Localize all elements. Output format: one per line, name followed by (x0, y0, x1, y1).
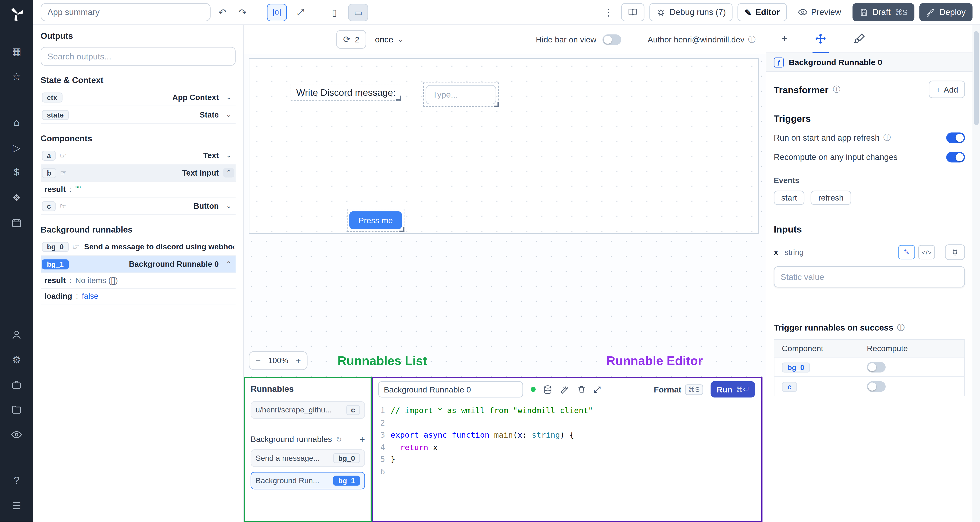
output-row-state[interactable]: state State ⌄ (41, 106, 236, 124)
ai-wand-icon[interactable] (560, 385, 570, 394)
runnable-item-script[interactable]: u/henri/scrape_githu... c (251, 401, 365, 419)
zoom-in-icon[interactable]: + (296, 356, 301, 366)
c-badge[interactable]: c (782, 382, 797, 392)
runnable-name-input[interactable] (378, 381, 523, 398)
resources-icon[interactable]: ❖ (8, 189, 25, 206)
expand-icon[interactable]: ⤢ (594, 384, 601, 395)
static-mode-button[interactable]: ✎ (898, 245, 915, 259)
frequency-dropdown[interactable]: once ⌄ (375, 35, 403, 44)
button-component[interactable]: Press me (347, 209, 404, 232)
schedules-icon[interactable] (8, 214, 25, 231)
author-info: Author henri@windmill.dev ⓘ (648, 34, 756, 45)
chevron-up-icon[interactable]: ⌃ (223, 168, 235, 177)
app-canvas[interactable]: Write Discord message: Press me (249, 58, 759, 234)
info-icon[interactable]: ⓘ (833, 84, 840, 95)
zoom-out-icon[interactable]: − (256, 356, 261, 366)
text-component[interactable]: Write Discord message: (291, 84, 401, 100)
redo-icon[interactable]: ↷ (234, 3, 251, 21)
settings-gear-icon[interactable]: ⚙ (8, 351, 25, 368)
hand-pointer-icon[interactable]: ☞ (60, 202, 67, 210)
code-editor[interactable]: 12 34 56 // import * as wmill from "wind… (373, 401, 761, 520)
bg0-recompute-toggle[interactable] (867, 361, 886, 372)
info-icon[interactable]: ⓘ (883, 132, 891, 143)
c-recompute-toggle[interactable] (867, 381, 886, 392)
styling-tab[interactable] (854, 25, 865, 53)
runs-icon[interactable]: ▷ (8, 139, 25, 156)
desktop-view-icon[interactable]: ▭ (348, 3, 368, 21)
favorites-star-icon[interactable]: ☆ (8, 68, 25, 85)
resize-handle[interactable] (396, 96, 401, 101)
output-row-c[interactable]: c ☞ Button ⌄ (41, 197, 236, 215)
search-outputs-input[interactable] (41, 47, 236, 66)
debug-runs-button[interactable]: Debug runs (7) (649, 3, 733, 21)
hand-pointer-icon[interactable]: ☞ (60, 151, 67, 160)
chevron-down-icon[interactable]: ⌄ (223, 151, 235, 159)
add-transformer-button[interactable]: + Add (929, 81, 965, 98)
components-title: Components (41, 134, 236, 143)
docs-book-button[interactable] (621, 3, 644, 21)
chevron-down-icon[interactable]: ⌄ (223, 202, 235, 210)
component-settings-tab[interactable] (815, 25, 826, 53)
folders-icon[interactable] (8, 401, 25, 418)
fullscreen-icon[interactable]: ⤢ (291, 3, 310, 21)
run-on-start-toggle[interactable] (946, 132, 965, 143)
trash-icon[interactable] (577, 385, 586, 394)
kebab-menu-icon[interactable]: ⋮ (600, 3, 617, 21)
output-row-a[interactable]: a ☞ Text ⌄ (41, 147, 236, 164)
runnable-item-bg1-selected[interactable]: Background Run... bg_1 (251, 472, 365, 489)
output-row-bg1[interactable]: bg_1 Background Runnable 0 ⌃ (41, 256, 236, 273)
chevron-up-icon[interactable]: ⌃ (223, 260, 235, 268)
text-input-component[interactable] (423, 83, 499, 107)
mobile-view-icon[interactable]: ▯ (325, 3, 344, 21)
user-icon[interactable] (8, 326, 25, 343)
output-row-ctx[interactable]: ctx App Context ⌄ (41, 89, 236, 106)
insert-component-tab[interactable]: + (781, 25, 788, 53)
hand-pointer-icon[interactable]: ☞ (60, 168, 67, 177)
windmill-logo-icon[interactable] (8, 6, 25, 23)
workers-icon[interactable] (8, 376, 25, 393)
run-button[interactable]: Run ⌘⏎ (710, 381, 755, 398)
resize-handle[interactable] (494, 102, 499, 107)
cache-icon[interactable] (543, 385, 552, 394)
output-row-bg0[interactable]: bg_0 ☞ Send a message to discord using w… (41, 238, 236, 256)
resize-handle[interactable] (399, 227, 404, 232)
draft-button[interactable]: Draft ⌘S (852, 3, 915, 21)
refresh-count-button[interactable]: ⟳ 2 (336, 30, 366, 49)
logs-icon[interactable]: ☰ (8, 497, 25, 514)
info-icon[interactable]: ⓘ (748, 34, 756, 45)
undo-icon[interactable]: ↶ (215, 3, 231, 21)
help-icon[interactable]: ? (8, 472, 25, 489)
info-icon[interactable]: ⓘ (897, 323, 904, 333)
static-value-input[interactable] (774, 266, 965, 288)
add-background-runnable-icon[interactable]: + (360, 434, 365, 444)
event-chip-refresh[interactable]: refresh (811, 191, 851, 205)
event-chip-start[interactable]: start (774, 191, 805, 205)
runnable-label: Send a message... (256, 454, 333, 463)
align-columns-icon[interactable] (267, 3, 287, 21)
chevron-down-icon[interactable]: ⌄ (223, 93, 235, 102)
chevron-down-icon[interactable]: ⌄ (223, 111, 235, 119)
hand-pointer-icon[interactable]: ☞ (72, 242, 79, 251)
hide-bar-toggle[interactable] (603, 34, 621, 45)
eval-mode-button[interactable]: </> (918, 245, 935, 259)
deploy-button[interactable]: Deploy (920, 3, 972, 21)
format-button[interactable]: Format ⌘S (654, 384, 703, 395)
runnable-label: Background Run... (256, 476, 333, 485)
press-me-button[interactable]: Press me (349, 211, 402, 229)
audit-eye-icon[interactable] (8, 426, 25, 443)
variables-icon[interactable]: $ (8, 164, 25, 181)
connect-input-button[interactable] (945, 244, 965, 260)
bg0-badge[interactable]: bg_0 (782, 362, 810, 372)
runnable-item-bg0[interactable]: Send a message... bg_0 (251, 449, 365, 467)
home-icon[interactable]: ⌂ (8, 114, 25, 131)
output-row-b[interactable]: b ☞ Text Input ⌃ (41, 164, 236, 182)
runnable-editor-panel: ⤢ Format ⌘S Run ⌘⏎ 12 34 56 (372, 377, 762, 522)
recompute-on-change-toggle[interactable] (946, 152, 965, 162)
type-input[interactable] (426, 85, 496, 104)
preview-tab-button[interactable]: Preview (792, 3, 847, 21)
scrollbar-thumb[interactable] (974, 31, 978, 125)
apps-grid-icon[interactable]: ▦ (8, 43, 25, 60)
toggle-knob (604, 35, 612, 43)
editor-tab-button[interactable]: ✎ Editor (738, 3, 787, 21)
app-summary-input[interactable] (41, 3, 210, 21)
